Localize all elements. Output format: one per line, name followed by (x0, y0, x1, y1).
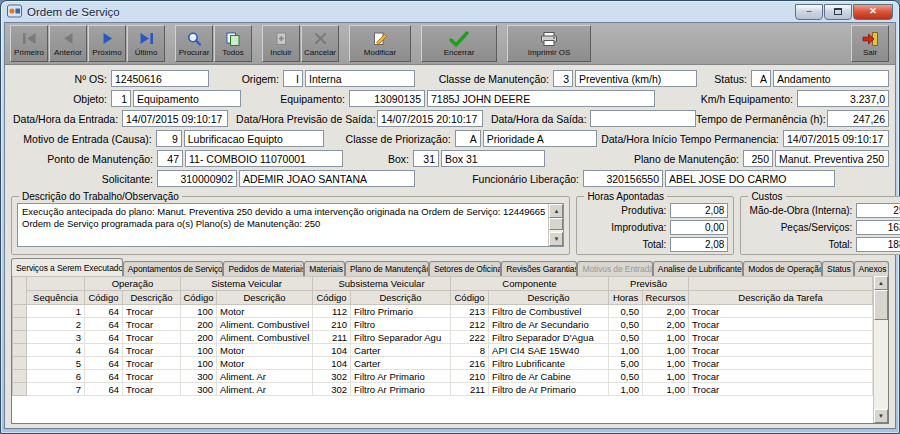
grid-cell[interactable]: Aliment. Ar (217, 370, 313, 383)
classe-manutencao-desc-field[interactable]: Preventiva (km/h) (575, 70, 697, 87)
memo-scroll-down-button[interactable]: ▼ (549, 232, 563, 246)
grid-cell[interactable]: Filtro de Ar Cabine (489, 370, 609, 383)
grid-cell[interactable]: Trocar (689, 305, 873, 318)
grid-cell[interactable]: 64 (85, 331, 123, 344)
grid-cell[interactable]: Motor (217, 305, 313, 318)
tab-3[interactable]: Pedidos de Materiais (223, 261, 304, 276)
objeto-desc-field[interactable]: Equipamento (133, 90, 241, 107)
grid-cell[interactable]: 64 (85, 370, 123, 383)
row-selector[interactable] (13, 318, 27, 331)
grid-cell[interactable]: 300 (181, 383, 217, 396)
origem-desc-field[interactable]: Interna (305, 70, 415, 87)
grid-cell[interactable]: Filtro (351, 318, 451, 331)
origem-code-field[interactable]: I (283, 70, 303, 87)
kmh-equipamento-field[interactable]: 3.237,0 (797, 90, 889, 107)
grid-cell[interactable]: 64 (85, 318, 123, 331)
grid-cell[interactable]: 8 (451, 344, 489, 357)
grid-cell[interactable]: Trocar (123, 370, 181, 383)
data-previsao-saida-field[interactable]: 14/07/2015 20:10:17 (377, 110, 483, 127)
status-code-field[interactable]: A (751, 70, 771, 87)
solicitante-desc-field[interactable]: ADEMIR JOAO SANTANA (239, 170, 415, 187)
grid-cell[interactable]: Trocar (689, 344, 873, 357)
modificar-button[interactable]: Modificar (349, 25, 411, 62)
grid-cell[interactable]: 0,50 (609, 305, 643, 318)
data-inicio-permanencia-field[interactable]: 14/07/2015 09:10:17 (783, 130, 889, 147)
memo-scroll-track[interactable] (549, 218, 563, 232)
row-selector[interactable] (13, 305, 27, 318)
grid-row[interactable]: 164Trocar100Motor112Filtro Primario213Fi… (13, 305, 873, 318)
grid-cell[interactable]: Filtro de Combustivel (489, 305, 609, 318)
motivo-entrada-code-field[interactable]: 9 (156, 130, 182, 147)
grid-cell[interactable]: Trocar (123, 331, 181, 344)
grid-cell[interactable]: Filtro Primario (351, 305, 451, 318)
proximo-button[interactable]: Próximo (88, 25, 126, 62)
funcionario-liberacao-code-field[interactable]: 320156550 (583, 170, 663, 187)
grid-cell[interactable]: 212 (451, 318, 489, 331)
grid-cell[interactable]: Trocar (123, 318, 181, 331)
grid-cell[interactable]: 302 (313, 370, 351, 383)
grid-cell[interactable]: 211 (313, 331, 351, 344)
equipamento-code-field[interactable]: 13090135 (349, 90, 425, 107)
grid-cell[interactable]: Trocar (689, 318, 873, 331)
memo-scrollbar[interactable]: ▲ ▼ (548, 204, 563, 246)
grid-cell[interactable]: 100 (181, 357, 217, 370)
grid-cell[interactable]: 5,00 (609, 357, 643, 370)
grid-cell[interactable]: Filtro Separador Agu (351, 331, 451, 344)
nr-os-field[interactable]: 12450616 (111, 70, 209, 87)
objeto-code-field[interactable]: 1 (111, 90, 131, 107)
grid-cell[interactable]: Aliment. Combustivel (217, 318, 313, 331)
grid-cell[interactable]: 1,00 (643, 331, 689, 344)
grid-cell[interactable]: 0,50 (609, 331, 643, 344)
row-selector[interactable] (13, 370, 27, 383)
grid-cell[interactable]: 2,00 (643, 305, 689, 318)
encerrar-button[interactable]: Encerrar (421, 25, 497, 62)
tab-12[interactable]: Anexos (854, 261, 889, 276)
grid-cell[interactable]: 104 (313, 344, 351, 357)
row-selector[interactable] (13, 344, 27, 357)
grid-cell[interactable]: Filtro Ar Primario (351, 370, 451, 383)
procurar-button[interactable]: Procurar (175, 25, 213, 62)
grid-cell[interactable]: 0,50 (609, 318, 643, 331)
grid-cell[interactable]: 0,50 (609, 370, 643, 383)
grid-cell[interactable]: 1 (27, 305, 85, 318)
grid-cell[interactable]: Filtro Lubrificante (489, 357, 609, 370)
tab-7[interactable]: Revisões Garantias (501, 261, 577, 276)
grid-cell[interactable]: 213 (451, 305, 489, 318)
grid-cell[interactable]: 5 (27, 357, 85, 370)
grid-cell[interactable]: Filtro de Ar Secundario (489, 318, 609, 331)
grid-cell[interactable]: 210 (313, 318, 351, 331)
grid-cell[interactable]: 1,00 (609, 383, 643, 396)
grid-cell[interactable]: 2 (27, 318, 85, 331)
grid-cell[interactable]: Motor (217, 357, 313, 370)
row-selector[interactable] (13, 357, 27, 370)
anterior-button[interactable]: Anterior (49, 25, 87, 62)
grid-row[interactable]: 564Trocar100Motor104Carter216Filtro Lubr… (13, 357, 873, 370)
grid-cell[interactable]: 100 (181, 305, 217, 318)
grid-cell[interactable]: Trocar (689, 383, 873, 396)
grid-cell[interactable]: 200 (181, 318, 217, 331)
box-desc-field[interactable]: Box 31 (441, 150, 545, 167)
grid-cell[interactable]: Filtro Separador D'Agua (489, 331, 609, 344)
grid-scroll-thumb[interactable] (874, 290, 888, 320)
grid-row[interactable]: 764Trocar300Aliment. Ar302Filtro Ar Prim… (13, 383, 873, 396)
row-selector[interactable] (13, 383, 27, 396)
funcionario-liberacao-desc-field[interactable]: ABEL JOSE DO CARMO (665, 170, 835, 187)
grid-cell[interactable]: Motor (217, 344, 313, 357)
tab-4[interactable]: Materiais (304, 261, 345, 276)
tab-11[interactable]: Status (822, 261, 854, 276)
grid-cell[interactable]: 112 (313, 305, 351, 318)
descricao-memo[interactable]: Execução antecipada do plano: Manut. Pre… (17, 203, 564, 247)
grid-cell[interactable]: 1,00 (609, 344, 643, 357)
grid-cell[interactable]: 64 (85, 344, 123, 357)
primeiro-button[interactable]: Primeiro (10, 25, 48, 62)
grid-cell[interactable]: 64 (85, 383, 123, 396)
box-code-field[interactable]: 31 (413, 150, 439, 167)
grid-cell[interactable]: Trocar (689, 331, 873, 344)
tab-6[interactable]: Setores de Oficina (429, 261, 501, 276)
tab-2[interactable]: Apontamentos de Serviços (123, 261, 224, 276)
row-selector[interactable] (13, 331, 27, 344)
tab-5[interactable]: Plano de Manutenção (345, 261, 429, 276)
grid-cell[interactable]: 1,00 (643, 383, 689, 396)
grid-cell[interactable]: Trocar (123, 357, 181, 370)
titlebar[interactable]: Ordem de Serviço – ✕ (4, 1, 896, 22)
